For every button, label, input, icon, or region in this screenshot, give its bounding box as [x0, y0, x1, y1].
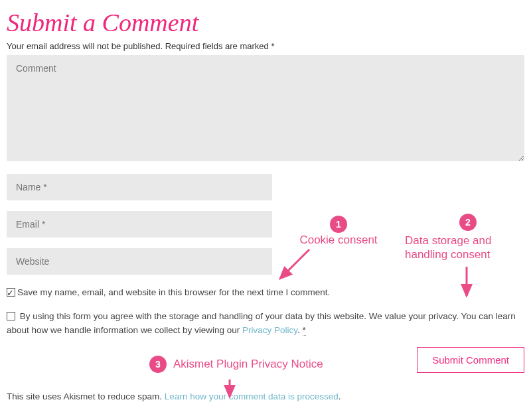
arrow-1-icon: [272, 245, 319, 285]
cookie-consent-row: Save my name, email, and website in this…: [7, 285, 524, 300]
akismet-notice: This site uses Akismet to reduce spam. L…: [7, 391, 524, 401]
akismet-suffix: .: [339, 391, 341, 401]
arrow-2-icon: [457, 264, 477, 303]
required-asterisk: *: [303, 325, 306, 336]
privacy-policy-link[interactable]: Privacy Policy: [242, 325, 297, 335]
comment-textarea[interactable]: [7, 55, 524, 161]
data-consent-checkbox[interactable]: [7, 312, 15, 320]
cookie-consent-label: Save my name, email, and website in this…: [17, 287, 330, 297]
required-fields-note: Your email address will not be published…: [7, 41, 524, 51]
name-field[interactable]: [7, 174, 272, 200]
akismet-link[interactable]: Learn how your comment data is processed: [165, 391, 339, 401]
data-consent-row: By using this form you agree with the st…: [7, 309, 524, 338]
submit-comment-button[interactable]: Submit Comment: [417, 347, 524, 373]
data-consent-suffix: .: [297, 325, 303, 335]
callout-2: 2 Data storage and handling consent: [405, 214, 518, 262]
website-field[interactable]: [7, 248, 272, 275]
cookie-consent-checkbox[interactable]: [7, 288, 15, 297]
page-title: Submit a Comment: [7, 8, 524, 37]
arrow-3-icon: [220, 377, 240, 403]
akismet-prefix: This site uses Akismet to reduce spam.: [7, 391, 165, 401]
callout-2-label: Data storage and handling consent: [405, 234, 518, 262]
svg-line-0: [280, 249, 309, 279]
callout-1: 1 Cookie consent: [285, 216, 392, 247]
email-field[interactable]: [7, 211, 272, 238]
badge-1-icon: 1: [330, 216, 347, 233]
badge-2-icon: 2: [459, 214, 477, 231]
